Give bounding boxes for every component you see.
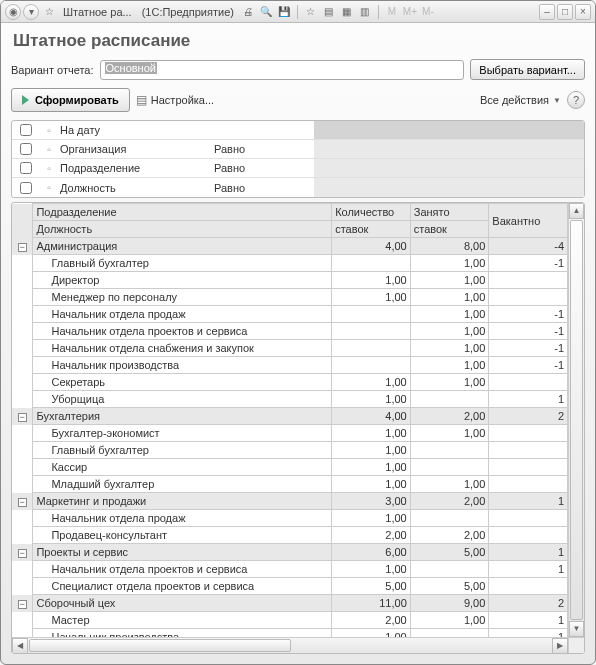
data-row[interactable]: Начальник отдела проектов и сервиса1,001: [12, 561, 568, 578]
filter-name: Подразделение: [58, 162, 214, 174]
history-icon[interactable]: ▤: [321, 4, 337, 20]
cell-name: Начальник производства: [33, 357, 332, 374]
data-row[interactable]: Специалист отдела проектов и сервиса5,00…: [12, 578, 568, 595]
data-row[interactable]: Главный бухгалтер1,00: [12, 442, 568, 459]
help-button[interactable]: ?: [567, 91, 585, 109]
star-icon[interactable]: ☆: [41, 4, 57, 20]
preview-icon[interactable]: 🔍: [258, 4, 274, 20]
filter-checkbox[interactable]: [20, 124, 32, 136]
cell-vacant: [489, 459, 568, 476]
cell-vacant: 2: [489, 408, 568, 425]
group-row[interactable]: −Маркетинг и продажи3,002,001: [12, 493, 568, 510]
report-area: Подразделение Количество Занято Вакантно…: [11, 202, 585, 654]
m-icon[interactable]: M: [384, 4, 400, 20]
cell-used: 1,00: [410, 289, 489, 306]
collapse-icon[interactable]: −: [18, 549, 27, 558]
generate-button[interactable]: Сформировать: [11, 88, 130, 112]
choose-variant-button[interactable]: Выбрать вариант...: [470, 59, 585, 80]
vertical-scrollbar[interactable]: ▲ ▼: [568, 203, 584, 637]
filter-row: ▫ОрганизацияРавно: [12, 140, 584, 159]
print-icon[interactable]: 🖨: [240, 4, 256, 20]
cell-qty: 1,00: [332, 272, 411, 289]
filter-value[interactable]: [314, 159, 584, 177]
maximize-icon[interactable]: □: [557, 4, 573, 20]
scroll-right-icon[interactable]: ▶: [552, 638, 568, 654]
cell-qty: 2,00: [332, 527, 411, 544]
cell-qty: [332, 340, 411, 357]
separator: [297, 5, 298, 19]
data-row[interactable]: Бухгалтер-экономист1,001,00: [12, 425, 568, 442]
cell-qty: 11,00: [332, 595, 411, 612]
favorites-icon[interactable]: ☆: [303, 4, 319, 20]
cell-used: 1,00: [410, 612, 489, 629]
variant-input[interactable]: Основной: [100, 60, 465, 80]
settings-link[interactable]: ▤ Настройка...: [136, 93, 214, 107]
cell-qty: 5,00: [332, 578, 411, 595]
window: ◉ ▾ ☆ Штатное ра... (1С:Предприятие) 🖨 🔍…: [0, 0, 596, 665]
group-row[interactable]: −Администрация4,008,00-4: [12, 238, 568, 255]
titlebar: ◉ ▾ ☆ Штатное ра... (1С:Предприятие) 🖨 🔍…: [1, 1, 595, 23]
data-row[interactable]: Начальник отдела продаж1,00-1: [12, 306, 568, 323]
calc-icon[interactable]: ▦: [339, 4, 355, 20]
data-row[interactable]: Начальник отдела проектов и сервиса1,00-…: [12, 323, 568, 340]
data-row[interactable]: Мастер2,001,001: [12, 612, 568, 629]
horizontal-scrollbar[interactable]: ◀ ▶: [12, 637, 568, 653]
filter-checkbox[interactable]: [20, 182, 32, 194]
cell-name: Бухгалтерия: [33, 408, 332, 425]
data-row[interactable]: Главный бухгалтер1,00-1: [12, 255, 568, 272]
group-row[interactable]: −Проекты и сервис6,005,001: [12, 544, 568, 561]
filter-checkbox[interactable]: [20, 143, 32, 155]
data-row[interactable]: Начальник отдела снабжения и закупок1,00…: [12, 340, 568, 357]
cell-used: 1,00: [410, 425, 489, 442]
filter-value[interactable]: [314, 140, 584, 158]
data-row[interactable]: Начальник отдела продаж1,00: [12, 510, 568, 527]
calendar-icon[interactable]: ▥: [357, 4, 373, 20]
cell-vacant: 1: [489, 629, 568, 638]
data-row[interactable]: Менеджер по персоналу1,001,00: [12, 289, 568, 306]
mplus-icon[interactable]: M+: [402, 4, 418, 20]
scroll-down-icon[interactable]: ▼: [569, 621, 584, 637]
chevron-down-icon: ▼: [553, 96, 561, 105]
filter-name: Организация: [58, 143, 214, 155]
scroll-thumb[interactable]: [570, 220, 583, 620]
cell-used: 8,00: [410, 238, 489, 255]
collapse-icon[interactable]: −: [18, 413, 27, 422]
cell-used: 9,00: [410, 595, 489, 612]
all-actions-menu[interactable]: Все действия ▼: [480, 94, 561, 106]
cell-vacant: 1: [489, 612, 568, 629]
filter-value[interactable]: [314, 178, 584, 197]
data-row[interactable]: Начальник производства1,001: [12, 629, 568, 638]
close-icon[interactable]: ×: [575, 4, 591, 20]
group-row[interactable]: −Сборочный цех11,009,002: [12, 595, 568, 612]
scroll-left-icon[interactable]: ◀: [12, 638, 28, 654]
collapse-icon[interactable]: −: [18, 600, 27, 609]
cell-qty: 1,00: [332, 391, 411, 408]
cell-used: 1,00: [410, 357, 489, 374]
data-row[interactable]: Секретарь1,001,00: [12, 374, 568, 391]
collapse-icon[interactable]: −: [18, 243, 27, 252]
filter-checkbox[interactable]: [20, 162, 32, 174]
tree-toggle-header: [12, 204, 33, 238]
data-row[interactable]: Продавец-консультант2,002,00: [12, 527, 568, 544]
group-row[interactable]: −Бухгалтерия4,002,002: [12, 408, 568, 425]
app-menu-icon[interactable]: ◉: [5, 4, 21, 20]
data-row[interactable]: Начальник производства1,00-1: [12, 357, 568, 374]
app-name: (1С:Предприятие): [142, 6, 234, 18]
scroll-up-icon[interactable]: ▲: [569, 203, 584, 219]
cell-vacant: [489, 272, 568, 289]
cell-qty: 1,00: [332, 561, 411, 578]
dropdown-icon[interactable]: ▾: [23, 4, 39, 20]
collapse-icon[interactable]: −: [18, 498, 27, 507]
cell-qty: 1,00: [332, 425, 411, 442]
data-row[interactable]: Уборщица1,001: [12, 391, 568, 408]
save-icon[interactable]: 💾: [276, 4, 292, 20]
cell-qty: 1,00: [332, 289, 411, 306]
data-row[interactable]: Директор1,001,00: [12, 272, 568, 289]
data-row[interactable]: Младший бухгалтер1,001,00: [12, 476, 568, 493]
minimize-icon[interactable]: –: [539, 4, 555, 20]
mminus-icon[interactable]: M-: [420, 4, 436, 20]
data-row[interactable]: Кассир1,00: [12, 459, 568, 476]
cell-used: 5,00: [410, 578, 489, 595]
filter-value[interactable]: [314, 121, 584, 139]
scroll-thumb-h[interactable]: [29, 639, 291, 652]
